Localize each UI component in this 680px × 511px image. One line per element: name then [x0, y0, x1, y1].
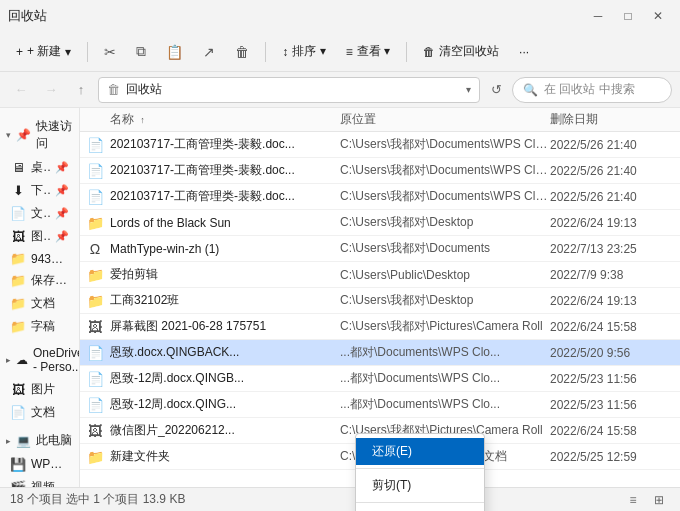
- context-menu: 还原(E)剪切(T)删除(D)属性(R): [355, 433, 485, 511]
- file-origin: ...都对\Documents\WPS Clo...: [340, 344, 550, 361]
- onedrive-header[interactable]: ▸ ☁ OneDrive - Perso...: [0, 342, 79, 378]
- view-button[interactable]: ≡ 查看 ▾: [338, 39, 398, 64]
- sidebar-item-videos[interactable]: 🎬 视频: [4, 476, 75, 487]
- folder-icon: 📁: [10, 296, 26, 311]
- view-controls: ≡ ⊞: [622, 491, 670, 509]
- context-menu-item-delete[interactable]: 删除(D): [356, 506, 484, 511]
- file-icon: 📁: [80, 293, 110, 309]
- main-content: ▾ 📌 快速访问 🖥 桌面 📌 ⬇ 下载 📌 📄 文档 📌 🖼 图: [0, 108, 680, 487]
- onedrive-section: ▸ ☁ OneDrive - Perso... 🖼 图片 📄 文档: [0, 342, 79, 424]
- table-row[interactable]: 📁Lords of the Black SunC:\Users\我都对\Desk…: [80, 210, 680, 236]
- share-button[interactable]: ↗: [195, 40, 223, 64]
- file-icon: 🖼: [80, 319, 110, 335]
- new-button[interactable]: + + 新建 ▾: [8, 39, 79, 64]
- file-icon: 📄: [80, 397, 110, 413]
- list-view-button[interactable]: ≡: [622, 491, 644, 509]
- file-origin: C:\Users\Public\Desktop: [340, 268, 550, 282]
- sidebar-item-downloads[interactable]: ⬇ 下载 📌: [4, 179, 75, 202]
- cut-button[interactable]: ✂: [96, 40, 124, 64]
- file-date: 2022/7/13 23:25: [550, 242, 680, 256]
- sidebar-item-docs2[interactable]: 📁 文档: [4, 292, 75, 315]
- more-button[interactable]: ···: [511, 41, 537, 63]
- onedrive-icon: ☁: [16, 353, 28, 367]
- sort-button[interactable]: ↕ 排序 ▾: [274, 39, 333, 64]
- file-date: 2022/6/24 19:13: [550, 294, 680, 308]
- col-name-header[interactable]: 名称 ↑: [80, 111, 340, 128]
- table-row[interactable]: 📁工商32102班C:\Users\我都对\Desktop2022/6/24 1…: [80, 288, 680, 314]
- table-row[interactable]: 🖼屏幕截图 2021-06-28 175751C:\Users\我都对\Pict…: [80, 314, 680, 340]
- desktop-icon: 🖥: [10, 160, 26, 175]
- file-origin: C:\Users\我都对\Pictures\Camera Roll: [340, 318, 550, 335]
- table-row[interactable]: 📄202103717-工商管理类-裴毅.doc...C:\Users\我都对\D…: [80, 184, 680, 210]
- paste-button[interactable]: 📋: [158, 40, 191, 64]
- file-icon: 📄: [80, 137, 110, 153]
- sidebar-item-drafts[interactable]: 📁 字稿: [4, 315, 75, 338]
- sidebar-item-desktop[interactable]: 🖥 桌面 📌: [4, 156, 75, 179]
- file-icon: 📄: [80, 371, 110, 387]
- sidebar-item-docs[interactable]: 📄 文档 📌: [4, 202, 75, 225]
- path-dropdown-icon: ▾: [466, 84, 471, 95]
- onedrive-label: OneDrive - Perso...: [33, 346, 80, 374]
- chevron-icon: ▸: [6, 436, 11, 446]
- file-name: 恩致-12周.docx.QINGB...: [110, 370, 340, 387]
- address-path[interactable]: 🗑 回收站 ▾: [98, 77, 480, 103]
- sidebar-item-wps[interactable]: 💾 WPS网盘: [4, 453, 75, 476]
- file-name: 新建文件夹: [110, 448, 340, 465]
- maximize-button[interactable]: □: [614, 5, 642, 27]
- clear-recycle-button[interactable]: 🗑 清空回收站: [415, 39, 507, 64]
- file-date: 2022/5/26 21:40: [550, 190, 680, 204]
- quick-access-section: ▾ 📌 快速访问 🖥 桌面 📌 ⬇ 下载 📌 📄 文档 📌 🖼 图: [0, 114, 79, 338]
- table-row[interactable]: 📄恩致.docx.QINGBACK......都对\Documents\WPS …: [80, 340, 680, 366]
- file-date: 2022/5/23 11:56: [550, 398, 680, 412]
- pin-icon: 📌: [55, 230, 69, 243]
- delete-button[interactable]: 🗑: [227, 40, 257, 64]
- copy-button[interactable]: ⧉: [128, 39, 154, 64]
- search-box[interactable]: 🔍 在 回收站 中搜索: [512, 77, 672, 103]
- path-text: 回收站: [126, 81, 460, 98]
- file-date: 2022/5/23 11:56: [550, 372, 680, 386]
- sidebar-item-saved-pics[interactable]: 📁 保存的图片: [4, 269, 75, 292]
- table-row[interactable]: 📄202103717-工商管理类-裴毅.doc...C:\Users\我都对\D…: [80, 132, 680, 158]
- back-button[interactable]: ←: [8, 77, 34, 103]
- col-origin-header[interactable]: 原位置: [340, 111, 550, 128]
- sidebar-item-pictures[interactable]: 🖼 图片 📌: [4, 225, 75, 248]
- table-row[interactable]: 📄202103717-工商管理类-裴毅.doc...C:\Users\我都对\D…: [80, 158, 680, 184]
- refresh-button[interactable]: ↺: [484, 78, 508, 102]
- file-icon: 📄: [80, 189, 110, 205]
- quick-access-header[interactable]: ▾ 📌 快速访问: [0, 114, 79, 156]
- copy-icon: ⧉: [136, 43, 146, 60]
- file-origin: C:\Users\我都对\Documents\WPS Clo...: [340, 162, 550, 179]
- file-name: MathType-win-zh (1): [110, 242, 340, 256]
- context-menu-item-restore[interactable]: 还原(E): [356, 438, 484, 465]
- file-date: 2022/6/24 15:58: [550, 320, 680, 334]
- pin-icon: 📌: [55, 161, 69, 174]
- grid-view-button[interactable]: ⊞: [648, 491, 670, 509]
- forward-button[interactable]: →: [38, 77, 64, 103]
- pictures-icon: 🖼: [10, 382, 26, 397]
- file-name: 屏幕截图 2021-06-28 175751: [110, 318, 340, 335]
- view-icon: ≡: [346, 45, 353, 59]
- more-icon: ···: [519, 45, 529, 59]
- file-name: 爱拍剪辑: [110, 266, 340, 283]
- minimize-button[interactable]: ─: [584, 5, 612, 27]
- sidebar-item-od-docs[interactable]: 📄 文档: [4, 401, 75, 424]
- sidebar-item-od-pics[interactable]: 🖼 图片: [4, 378, 75, 401]
- close-button[interactable]: ✕: [644, 5, 672, 27]
- context-menu-item-cut[interactable]: 剪切(T): [356, 472, 484, 499]
- this-pc-header[interactable]: ▸ 💻 此电脑: [0, 428, 79, 453]
- videos-icon: 🎬: [10, 480, 26, 487]
- separator-1: [87, 42, 88, 62]
- search-icon: 🔍: [523, 83, 538, 97]
- separator-2: [265, 42, 266, 62]
- table-row[interactable]: 📄恩致-12周.docx.QINGB......都对\Documents\WPS…: [80, 366, 680, 392]
- window-controls: ─ □ ✕: [584, 5, 672, 27]
- table-row[interactable]: 📄恩致-12周.docx.QING......都对\Documents\WPS …: [80, 392, 680, 418]
- sidebar-item-943[interactable]: 📁 943464303: [4, 248, 75, 269]
- status-text: 18 个项目 选中 1 个项目 13.9 KB: [10, 491, 185, 508]
- file-name: 202103717-工商管理类-裴毅.doc...: [110, 162, 340, 179]
- col-date-header[interactable]: 删除日期: [550, 111, 680, 128]
- table-row[interactable]: 📁爱拍剪辑C:\Users\Public\Desktop2022/7/9 9:3…: [80, 262, 680, 288]
- quick-access-pin-icon: 📌: [16, 128, 31, 142]
- table-row[interactable]: ΩMathType-win-zh (1)C:\Users\我都对\Documen…: [80, 236, 680, 262]
- up-button[interactable]: ↑: [68, 77, 94, 103]
